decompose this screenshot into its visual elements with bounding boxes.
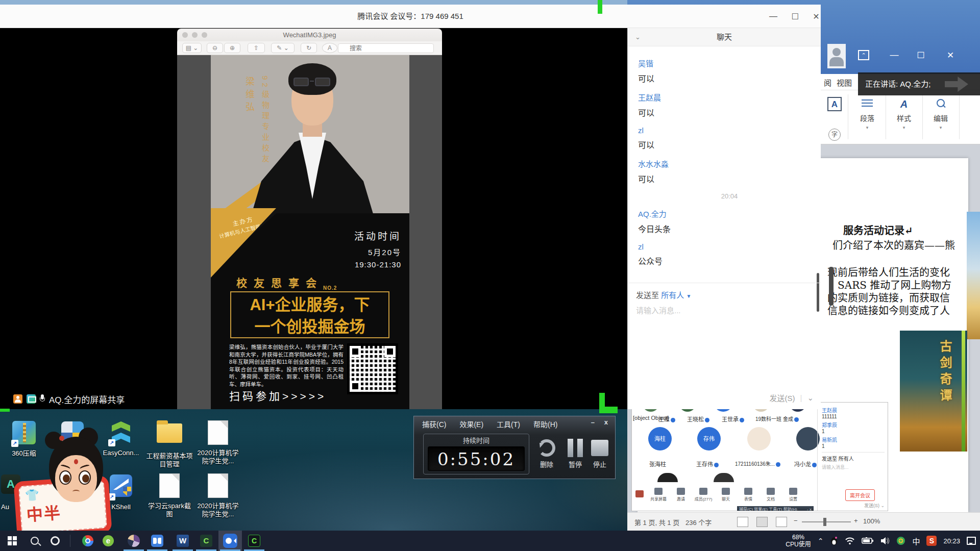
- recorder-close-button[interactable]: x: [604, 418, 608, 426]
- font-box[interactable]: A: [827, 97, 842, 111]
- word-close-button[interactable]: ✕: [942, 50, 959, 61]
- zoom-out-button[interactable]: −: [794, 517, 798, 524]
- zoom-slider[interactable]: [802, 521, 851, 522]
- taskbar-recorder[interactable]: C: [244, 531, 264, 551]
- word-maximize-button[interactable]: ☐: [912, 50, 929, 61]
- taskbar-360browser[interactable]: e: [98, 531, 118, 551]
- recorder-minimize-button[interactable]: –: [591, 418, 595, 426]
- character-tool[interactable]: 字: [828, 129, 841, 141]
- markup-pen-button[interactable]: ✎ ⌄: [271, 43, 295, 53]
- mac-close-button[interactable]: [182, 32, 188, 38]
- tab-review[interactable]: 阅: [824, 77, 831, 88]
- taskbar-tencent-meeting[interactable]: [218, 531, 242, 551]
- members-button[interactable]: 成员(277): [692, 488, 715, 502]
- emoji-button[interactable]: 表情: [737, 488, 760, 502]
- tab-view[interactable]: 视图: [837, 77, 852, 88]
- zoom-in-button[interactable]: +: [854, 517, 858, 524]
- preview-search-input[interactable]: [338, 43, 434, 53]
- send-to-row: 发送至 所有人 ▼: [636, 289, 813, 300]
- share-border-marker-left: [0, 409, 10, 412]
- desktop-icon-label: 2020计算机学院学生党...: [194, 502, 241, 518]
- chat-messages[interactable]: 吴锴 可以 王赵晨 可以 zl 可以 水水水淼 可以 20:04 AQ.全力: [628, 46, 821, 283]
- meeting-close-button[interactable]: ✕: [808, 12, 824, 21]
- chat-title: 聊天: [717, 33, 732, 41]
- ribbon-group-styles[interactable]: A 样式 ▾: [888, 95, 920, 130]
- word-minimize-button[interactable]: —: [886, 50, 903, 60]
- chat-button[interactable]: 聊天: [715, 488, 737, 502]
- delete-button[interactable]: 删除: [532, 437, 561, 469]
- desktop-icon-doc2[interactable]: 学习云spark截图: [146, 472, 193, 518]
- zoom-out-button[interactable]: ⊖: [207, 43, 223, 53]
- taskbar-chrome[interactable]: [78, 531, 98, 551]
- start-button[interactable]: [2, 531, 22, 551]
- desktop-icon-360zip[interactable]: ↗ 360压缩: [1, 419, 47, 458]
- zoom-level[interactable]: 100%: [863, 517, 880, 525]
- print-layout-icon[interactable]: [756, 517, 768, 527]
- zoom-in-button[interactable]: ⊕: [224, 43, 240, 53]
- taskbar-clock[interactable]: 20:23: [943, 537, 960, 545]
- qq-icon[interactable]: [830, 536, 838, 545]
- taskbar-word[interactable]: W: [173, 531, 193, 551]
- menu-effects[interactable]: 效果(E): [459, 419, 483, 429]
- sender-name[interactable]: zl: [638, 242, 821, 251]
- scrollbar-thumb[interactable]: [829, 267, 834, 306]
- ime-indicator[interactable]: 中: [912, 536, 920, 546]
- menu-help[interactable]: 帮助(H): [533, 419, 557, 429]
- chevron-down-icon[interactable]: ⌄: [635, 28, 641, 46]
- invite-button[interactable]: 邀请: [670, 488, 692, 502]
- cortana-icon: [51, 536, 60, 545]
- zoom-slider-thumb[interactable]: [823, 518, 826, 526]
- word-count[interactable]: 236 个字: [685, 517, 712, 527]
- rotate-button[interactable]: ↻: [301, 43, 317, 53]
- sender-name[interactable]: zl: [638, 126, 821, 135]
- sogou-icon[interactable]: S: [926, 536, 937, 546]
- send-button[interactable]: 发送(S): [770, 392, 795, 403]
- send-options-chevron-icon[interactable]: ⌄: [807, 393, 814, 403]
- mac-zoom-button[interactable]: [202, 32, 207, 38]
- sender-name[interactable]: 王赵晨: [638, 92, 821, 103]
- mini-chat-name: 易新凯: [822, 436, 885, 443]
- desktop-icon-doc3[interactable]: 2020计算机学院学生党...: [194, 472, 241, 518]
- mac-minimize-button[interactable]: [192, 32, 198, 38]
- sender-name[interactable]: AQ.全力: [638, 208, 821, 219]
- battery-icon[interactable]: [862, 537, 874, 544]
- speaker-icon[interactable]: [880, 537, 890, 545]
- ribbon-group-paragraph[interactable]: 段落 ▾: [851, 95, 884, 130]
- share-button[interactable]: ⇧: [248, 43, 265, 53]
- annotate-button[interactable]: A: [322, 43, 337, 53]
- cpu-meter[interactable]: 68% CPU使用: [786, 534, 811, 548]
- taskbar-camtasia[interactable]: C: [196, 531, 216, 551]
- action-center-icon[interactable]: [967, 537, 976, 545]
- ribbon-group-editing[interactable]: 编辑 ▾: [924, 95, 957, 130]
- meeting-maximize-button[interactable]: ☐: [788, 12, 803, 21]
- hidden-icons-chevron[interactable]: ⌃: [818, 537, 824, 545]
- 360-safe-icon[interactable]: [896, 536, 905, 545]
- share-screen-button[interactable]: 共享屏幕: [647, 488, 670, 502]
- desktop-icon-folder[interactable]: 工程薪资基本项目管理: [146, 419, 193, 468]
- chevron-down-icon[interactable]: ▼: [686, 293, 691, 299]
- ribbon-display-options-icon[interactable]: ⌃: [858, 50, 869, 60]
- stop-button[interactable]: 停止: [585, 437, 614, 469]
- meeting-minimize-button[interactable]: —: [766, 12, 781, 21]
- settings-button[interactable]: 设置: [782, 488, 804, 502]
- taskbar-search-button[interactable]: [26, 531, 44, 551]
- chat-input[interactable]: [636, 306, 795, 315]
- wifi-icon[interactable]: [845, 537, 855, 545]
- word-account-avatar[interactable]: [827, 44, 846, 68]
- sender-name[interactable]: 吴锴: [638, 58, 821, 68]
- mic-badge-icon: [740, 418, 744, 422]
- docs-button[interactable]: 文档: [760, 488, 782, 502]
- sidebar-toggle-button[interactable]: ▤ ⌄: [182, 43, 202, 53]
- sender-name[interactable]: 水水水淼: [638, 158, 821, 169]
- taskbar-reader-app[interactable]: [147, 531, 167, 551]
- send-to-selector[interactable]: 所有人: [661, 291, 684, 299]
- menu-tools[interactable]: 工具(T): [497, 419, 520, 429]
- participant-name: 王存伟: [696, 460, 719, 468]
- cortana-button[interactable]: [46, 531, 64, 551]
- read-mode-icon[interactable]: [737, 517, 748, 527]
- menu-capture[interactable]: 捕获(C): [422, 419, 446, 429]
- taskbar-app-photo[interactable]: [124, 531, 144, 551]
- web-layout-icon[interactable]: [776, 517, 787, 527]
- desktop-icon-doc1[interactable]: 2020计算机学院学生党...: [194, 419, 241, 465]
- camera-off-icon[interactable]: [632, 490, 647, 498]
